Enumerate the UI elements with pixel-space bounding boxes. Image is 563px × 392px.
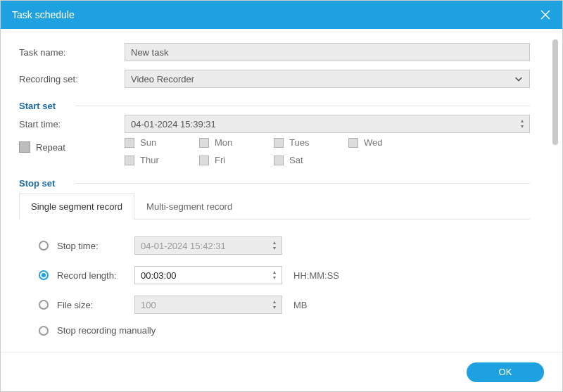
- recording-set-select[interactable]: Video Recorder: [125, 70, 530, 88]
- spinner-arrows-icon[interactable]: ▴▾: [270, 298, 279, 312]
- recording-set-value: Video Recorder: [131, 74, 194, 84]
- content-wrap: Task name: New task Recording set: Video…: [1, 29, 562, 352]
- checkbox-icon: [125, 156, 134, 165]
- record-length-value: 00:03:00: [141, 270, 177, 281]
- record-length-input[interactable]: 00:03:00 ▴▾: [134, 266, 282, 284]
- start-time-value: 04-01-2024 15:39:31: [131, 119, 216, 129]
- day-fri[interactable]: Fri: [199, 155, 274, 165]
- file-size-label: File size:: [57, 300, 134, 310]
- stop-time-value: 04-01-2024 15:42:31: [141, 241, 226, 251]
- file-size-unit: MB: [293, 300, 308, 310]
- day-mon[interactable]: Mon: [199, 137, 274, 148]
- task-schedule-dialog: Task schedule Task name: New task Record…: [0, 0, 563, 392]
- task-name-input[interactable]: New task: [125, 43, 530, 61]
- content: Task name: New task Recording set: Video…: [1, 29, 548, 352]
- day-label: Thur: [140, 155, 159, 165]
- titlebar: Task schedule: [1, 1, 562, 29]
- day-sat[interactable]: Sat: [274, 155, 348, 165]
- checkbox-icon: [199, 138, 209, 148]
- day-thur[interactable]: Thur: [125, 155, 199, 165]
- day-label: Sun: [140, 137, 156, 148]
- stop-body: Stop time: 04-01-2024 15:42:31 ▴▾ Record…: [19, 220, 530, 336]
- checkbox-icon: [199, 156, 209, 165]
- record-length-unit: HH:MM:SS: [293, 270, 339, 281]
- divider: [75, 106, 530, 106]
- spinner-arrows-icon[interactable]: ▴▾: [270, 268, 279, 282]
- spinner-arrows-icon[interactable]: ▴▾: [518, 117, 526, 131]
- checkbox-icon: [274, 138, 284, 148]
- day-label: Fri: [215, 155, 225, 165]
- divider: [75, 183, 530, 184]
- days-grid: Sun Mon Tues Wed Thur Fri Sat: [125, 137, 530, 165]
- day-label: Tues: [289, 137, 309, 148]
- day-label: Mon: [215, 137, 232, 148]
- file-size-value: 100: [141, 300, 156, 310]
- task-name-value: New task: [131, 47, 168, 58]
- tab-single-segment[interactable]: Single segment record: [19, 194, 134, 219]
- start-time-input[interactable]: 04-01-2024 15:39:31 ▴▾: [125, 115, 530, 133]
- spinner-arrows-icon[interactable]: ▴▾: [270, 239, 279, 253]
- record-length-label: Record length:: [57, 270, 134, 281]
- recording-set-label: Recording set:: [19, 74, 125, 84]
- radio-stop-time[interactable]: [39, 241, 49, 251]
- stop-time-label: Stop time:: [57, 241, 134, 251]
- ok-button[interactable]: OK: [467, 362, 544, 382]
- checkbox-icon: [274, 156, 284, 165]
- stop-tabs: Single segment record Multi-segment reco…: [19, 194, 530, 220]
- day-label: Sat: [289, 155, 303, 165]
- footer: OK: [1, 352, 562, 391]
- day-sun[interactable]: Sun: [125, 137, 199, 148]
- window-title: Task schedule: [12, 9, 75, 20]
- checkbox-icon: [125, 138, 134, 148]
- radio-record-length[interactable]: [39, 270, 49, 280]
- close-icon[interactable]: [540, 9, 551, 20]
- stop-time-input[interactable]: 04-01-2024 15:42:31 ▴▾: [134, 236, 282, 255]
- day-tues[interactable]: Tues: [274, 137, 348, 148]
- file-size-input[interactable]: 100 ▴▾: [134, 296, 282, 314]
- day-wed[interactable]: Wed: [348, 137, 423, 148]
- tab-multi-segment[interactable]: Multi-segment record: [134, 194, 244, 219]
- radio-file-size[interactable]: [39, 300, 49, 310]
- repeat-checkbox[interactable]: [19, 141, 30, 153]
- start-time-label: Start time:: [19, 119, 125, 129]
- checkbox-icon: [348, 138, 358, 148]
- chevron-down-icon: [514, 74, 524, 84]
- repeat-label: Repeat: [36, 142, 65, 153]
- radio-stop-manual[interactable]: [39, 326, 49, 336]
- task-name-label: Task name:: [19, 47, 125, 58]
- day-label: Wed: [364, 137, 383, 148]
- scrollbar[interactable]: [552, 36, 558, 345]
- stop-manual-label: Stop recording manually: [57, 325, 156, 336]
- scrollbar-thumb[interactable]: [552, 39, 558, 145]
